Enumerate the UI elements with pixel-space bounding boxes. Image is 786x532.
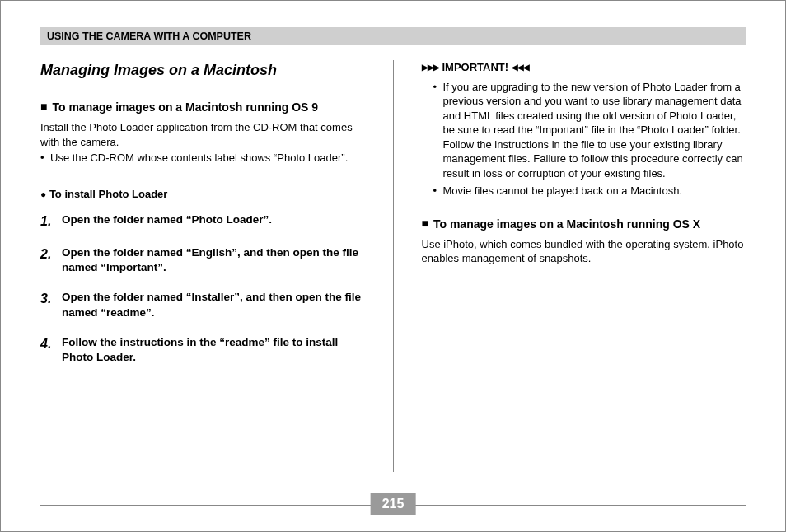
step-number: 2. (40, 245, 55, 275)
step-number: 1. (40, 212, 55, 231)
step-number: 4. (40, 335, 55, 365)
subsection-os9: ■ To manage images on a Macintosh runnin… (40, 100, 365, 115)
cd-rom-note-text: Use the CD-ROM whose contents label show… (50, 151, 348, 166)
section-header: USING THE CAMERA WITH A COMPUTER (40, 27, 746, 45)
important-note-1-text: If you are upgrading to the new version … (443, 80, 746, 181)
important-heading: ▶▶▶ IMPORTANT! ◀◀◀ (422, 60, 746, 75)
right-column: ▶▶▶ IMPORTANT! ◀◀◀ • If you are upgradin… (422, 60, 746, 472)
square-bullet-icon: ■ (422, 217, 428, 232)
install-steps: 1. Open the folder named “Photo Loader”.… (40, 212, 365, 365)
osx-body-text: Use iPhoto, which comes bundled with the… (422, 237, 746, 266)
step-3: 3. Open the folder named “Installer”, an… (40, 290, 365, 320)
arrow-left-icon: ◀◀◀ (512, 62, 529, 73)
page-footer: 215 (40, 493, 746, 518)
step-4: 4. Follow the instructions in the “readm… (40, 335, 365, 365)
subsection-os9-label: To manage images on a Macintosh running … (52, 100, 318, 115)
column-divider (393, 60, 394, 472)
bullet-icon: • (40, 151, 47, 166)
subsection-osx: ■ To manage images on a Macintosh runnin… (422, 217, 746, 232)
page-title: Managing Images on a Macintosh (40, 60, 365, 80)
step-text: Open the folder named “Installer”, and t… (62, 290, 365, 320)
circle-bullet-icon: ● (40, 189, 46, 200)
bullet-icon: • (433, 184, 440, 198)
install-subhead-label: To install Photo Loader (49, 188, 167, 200)
page-number: 215 (371, 493, 416, 515)
os9-intro-text: Install the Photo Loader application fro… (40, 120, 365, 149)
subsection-osx-label: To manage images on a Macintosh running … (433, 217, 700, 232)
step-text: Open the folder named “English”, and the… (62, 245, 365, 275)
important-note-2: • Movie files cannot be played back on a… (422, 184, 746, 198)
bullet-icon: • (433, 80, 440, 181)
cd-rom-note: • Use the CD-ROM whose contents label sh… (40, 151, 365, 166)
arrow-right-icon: ▶▶▶ (422, 62, 439, 73)
install-subhead: ● To install Photo Loader (40, 187, 365, 202)
two-column-layout: Managing Images on a Macintosh ■ To mana… (40, 60, 746, 472)
step-text: Follow the instructions in the “readme” … (62, 335, 365, 365)
important-note-1: • If you are upgrading to the new versio… (422, 80, 746, 181)
left-column: Managing Images on a Macintosh ■ To mana… (40, 60, 365, 472)
step-number: 3. (40, 290, 55, 320)
step-2: 2. Open the folder named “English”, and … (40, 245, 365, 275)
manual-page: USING THE CAMERA WITH A COMPUTER Managin… (0, 0, 786, 532)
step-1: 1. Open the folder named “Photo Loader”. (40, 212, 365, 231)
important-note-2-text: Movie files cannot be played back on a M… (443, 184, 683, 198)
step-text: Open the folder named “Photo Loader”. (62, 212, 272, 231)
important-label: IMPORTANT! (442, 60, 509, 75)
square-bullet-icon: ■ (40, 100, 47, 115)
